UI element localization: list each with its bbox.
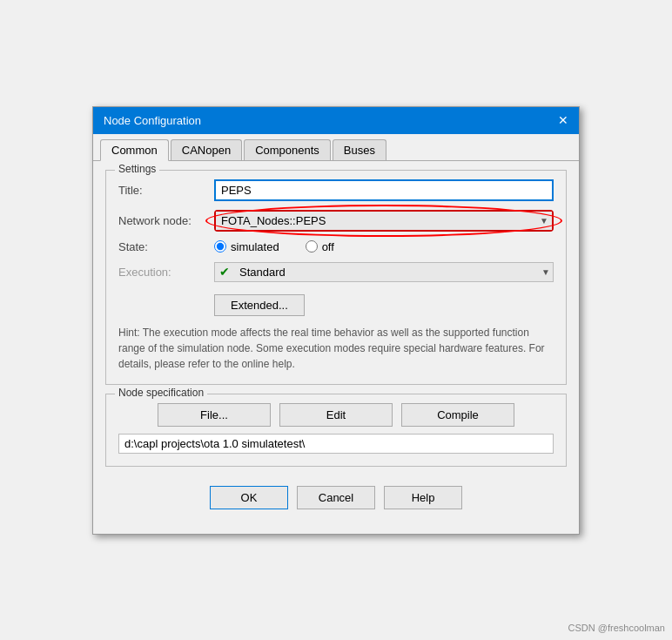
node-spec-section: Node specification File... Edit Compile: [105, 394, 567, 467]
cancel-button[interactable]: Cancel: [297, 486, 375, 509]
state-off-option[interactable]: off: [306, 240, 334, 253]
close-button[interactable]: ✕: [558, 114, 568, 126]
dialog-title: Node Configuration: [104, 114, 201, 127]
title-input[interactable]: [214, 179, 554, 201]
tab-canopen[interactable]: CANopen: [171, 139, 242, 160]
execution-select[interactable]: Standard: [214, 262, 554, 282]
network-node-select[interactable]: FOTA_Nodes::PEPS: [216, 212, 552, 230]
state-label: State:: [118, 240, 214, 253]
title-label: Title:: [118, 184, 214, 197]
dialog-footer: OK Cancel Help: [105, 479, 567, 522]
path-input[interactable]: [118, 434, 554, 454]
execution-label: Execution:: [118, 266, 214, 279]
network-node-select-wrapper: FOTA_Nodes::PEPS ▼: [214, 210, 554, 232]
watermark: CSDN @freshcoolman: [568, 623, 665, 633]
extended-button[interactable]: Extended...: [214, 294, 305, 316]
tab-bar: Common CANopen Components Buses: [93, 134, 579, 161]
title-bar: Node Configuration ✕: [93, 107, 579, 134]
tab-common[interactable]: Common: [100, 139, 169, 161]
network-node-row: Network node: FOTA_Nodes::PEPS ▼: [118, 210, 554, 232]
state-off-radio[interactable]: [306, 240, 318, 253]
state-row: State: simulated off: [118, 240, 554, 253]
node-spec-buttons: File... Edit Compile: [118, 403, 554, 427]
settings-section-label: Settings: [115, 163, 159, 175]
execution-select-container: ✔ Standard ▼: [214, 262, 554, 282]
node-spec-label: Node specification: [115, 387, 207, 399]
settings-section: Settings Title: Network node: FOTA_Nodes…: [105, 170, 567, 385]
network-node-dropdown-wrapper: FOTA_Nodes::PEPS ▼: [214, 210, 554, 232]
title-row: Title:: [118, 179, 554, 201]
network-node-label: Network node:: [118, 214, 214, 227]
compile-button[interactable]: Compile: [401, 403, 514, 427]
state-radio-group: simulated off: [214, 240, 554, 253]
state-simulated-radio[interactable]: [214, 240, 226, 253]
title-input-wrapper: [214, 179, 554, 201]
state-off-label: off: [322, 240, 334, 253]
ok-button[interactable]: OK: [210, 486, 288, 509]
dialog-body: Settings Title: Network node: FOTA_Nodes…: [93, 161, 579, 534]
node-configuration-dialog: Node Configuration ✕ Common CANopen Comp…: [92, 106, 580, 535]
execution-check-icon: ✔: [219, 265, 230, 279]
file-button[interactable]: File...: [158, 403, 271, 427]
state-simulated-option[interactable]: simulated: [214, 240, 279, 253]
tab-components[interactable]: Components: [244, 139, 331, 160]
edit-button[interactable]: Edit: [279, 403, 393, 427]
state-simulated-label: simulated: [231, 240, 279, 253]
execution-row: Execution: ✔ Standard ▼: [118, 262, 554, 282]
execution-dropdown-wrapper: ✔ Standard ▼: [214, 262, 554, 282]
help-button[interactable]: Help: [384, 486, 462, 509]
tab-buses[interactable]: Buses: [333, 139, 386, 160]
hint-text: Hint: The execution mode affects the rea…: [118, 325, 554, 372]
